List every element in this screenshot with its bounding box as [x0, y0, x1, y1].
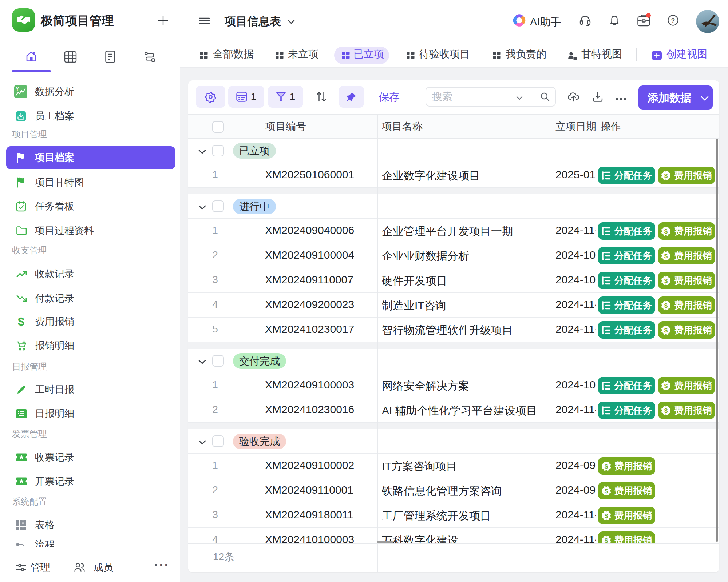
- svg-text:$: $: [664, 302, 668, 309]
- svg-text:$: $: [664, 327, 668, 334]
- svg-text:$: $: [664, 172, 668, 179]
- svg-text:¥: ¥: [16, 86, 19, 92]
- svg-text:$: $: [604, 537, 608, 544]
- svg-text:$: $: [604, 512, 608, 519]
- svg-text:?: ?: [671, 17, 675, 24]
- svg-text:$: $: [664, 277, 668, 284]
- svg-text:$: $: [664, 228, 668, 235]
- svg-text:$: $: [664, 407, 668, 414]
- svg-text:$: $: [604, 463, 608, 470]
- svg-text:$: $: [664, 382, 668, 389]
- svg-text:$: $: [604, 487, 608, 494]
- svg-text:$: $: [664, 252, 668, 259]
